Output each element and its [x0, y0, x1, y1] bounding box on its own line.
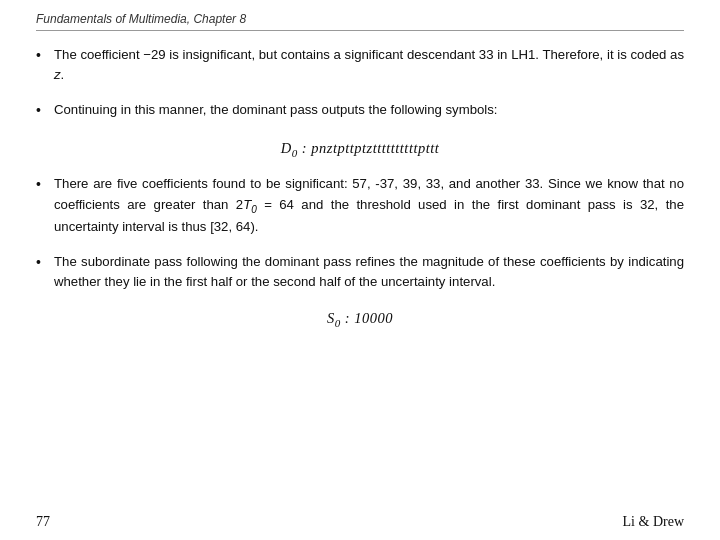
list-item: • Continuing in this manner, the dominan… [36, 100, 684, 122]
formula-d0-text: D0 : pnztpttptzttttttttttpttt [281, 140, 440, 156]
formula-d0: D0 : pnztpttptzttttttttttpttt [36, 140, 684, 159]
bullet-dot: • [36, 252, 54, 293]
formula-s0-text: S0 : 10000 [327, 310, 393, 326]
footer-author: Li & Drew [623, 514, 684, 530]
list-item: • There are five coefficients found to b… [36, 174, 684, 237]
page-footer: 77 Li & Drew [36, 514, 684, 530]
bullet-text: Continuing in this manner, the dominant … [54, 100, 684, 122]
formula-s0: S0 : 10000 [36, 310, 684, 329]
bullet-text: The coefficient −29 is insignificant, bu… [54, 45, 684, 86]
footer-page-number: 77 [36, 514, 50, 530]
bullet-text: There are five coefficients found to be … [54, 174, 684, 237]
bullet-dot: • [36, 45, 54, 86]
page-container: Fundamentals of Multimedia, Chapter 8 • … [0, 0, 720, 540]
content-area: • The coefficient −29 is insignificant, … [36, 45, 684, 514]
bullet-dot: • [36, 100, 54, 122]
list-item: • The coefficient −29 is insignificant, … [36, 45, 684, 86]
page-header: Fundamentals of Multimedia, Chapter 8 [36, 12, 684, 31]
bullet-text: The subordinate pass following the domin… [54, 252, 684, 293]
list-item: • The subordinate pass following the dom… [36, 252, 684, 293]
header-title: Fundamentals of Multimedia, Chapter 8 [36, 12, 246, 26]
bullet-dot: • [36, 174, 54, 237]
